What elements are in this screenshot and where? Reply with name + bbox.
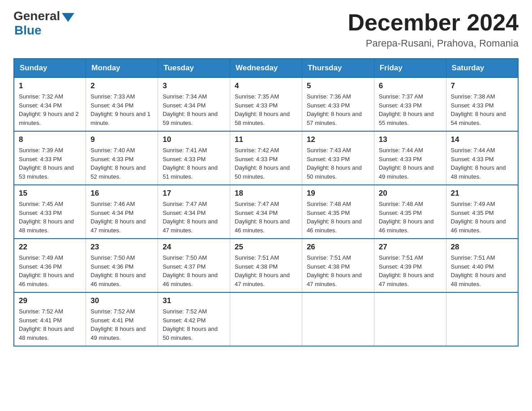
table-row: 24 Sunrise: 7:50 AM Sunset: 4:37 PM Dayl… <box>158 239 230 292</box>
day-number: 17 <box>163 189 225 198</box>
day-info: Sunrise: 7:36 AM Sunset: 4:33 PM Dayligh… <box>307 92 369 127</box>
day-number: 5 <box>307 81 369 90</box>
day-number: 28 <box>451 243 513 252</box>
day-info: Sunrise: 7:48 AM Sunset: 4:35 PM Dayligh… <box>379 200 442 235</box>
col-friday: Friday <box>374 59 446 77</box>
day-number: 16 <box>90 189 153 198</box>
col-saturday: Saturday <box>446 59 518 77</box>
logo-blue-text: Blue <box>14 23 74 38</box>
table-row: 17 Sunrise: 7:47 AM Sunset: 4:34 PM Dayl… <box>158 185 230 239</box>
table-row: 5 Sunrise: 7:36 AM Sunset: 4:33 PM Dayli… <box>302 77 374 131</box>
day-number: 24 <box>163 243 225 252</box>
day-info: Sunrise: 7:45 AM Sunset: 4:33 PM Dayligh… <box>19 200 81 235</box>
day-info: Sunrise: 7:52 AM Sunset: 4:42 PM Dayligh… <box>163 307 225 342</box>
table-row: 21 Sunrise: 7:49 AM Sunset: 4:35 PM Dayl… <box>446 185 518 239</box>
title-section: December 2024 Parepa-Rusani, Prahova, Ro… <box>348 9 519 49</box>
table-row: 31 Sunrise: 7:52 AM Sunset: 4:42 PM Dayl… <box>158 292 230 346</box>
day-number: 19 <box>307 189 369 198</box>
day-info: Sunrise: 7:46 AM Sunset: 4:34 PM Dayligh… <box>90 200 153 235</box>
day-number: 11 <box>235 135 297 144</box>
table-row: 3 Sunrise: 7:34 AM Sunset: 4:34 PM Dayli… <box>158 77 230 131</box>
page-header: General Blue December 2024 Parepa-Rusani… <box>13 9 519 49</box>
table-row: 25 Sunrise: 7:51 AM Sunset: 4:38 PM Dayl… <box>230 239 302 292</box>
day-number: 12 <box>307 135 369 144</box>
table-row: 18 Sunrise: 7:47 AM Sunset: 4:34 PM Dayl… <box>230 185 302 239</box>
day-info: Sunrise: 7:50 AM Sunset: 4:37 PM Dayligh… <box>163 253 225 288</box>
day-info: Sunrise: 7:32 AM Sunset: 4:34 PM Dayligh… <box>19 92 81 127</box>
table-row: 11 Sunrise: 7:42 AM Sunset: 4:33 PM Dayl… <box>230 131 302 185</box>
day-number: 15 <box>19 189 81 198</box>
day-number: 13 <box>379 135 442 144</box>
calendar-header-row: Sunday Monday Tuesday Wednesday Thursday… <box>14 59 518 77</box>
day-number: 3 <box>163 81 225 90</box>
day-number: 23 <box>90 243 153 252</box>
day-info: Sunrise: 7:49 AM Sunset: 4:35 PM Dayligh… <box>451 200 513 235</box>
table-row: 15 Sunrise: 7:45 AM Sunset: 4:33 PM Dayl… <box>14 185 86 239</box>
day-number: 30 <box>90 296 153 305</box>
day-info: Sunrise: 7:52 AM Sunset: 4:41 PM Dayligh… <box>90 307 153 342</box>
table-row: 12 Sunrise: 7:43 AM Sunset: 4:33 PM Dayl… <box>302 131 374 185</box>
table-row: 28 Sunrise: 7:51 AM Sunset: 4:40 PM Dayl… <box>446 239 518 292</box>
calendar-week-row: 8 Sunrise: 7:39 AM Sunset: 4:33 PM Dayli… <box>14 131 518 185</box>
col-wednesday: Wednesday <box>230 59 302 77</box>
day-number: 2 <box>90 81 153 90</box>
table-row: 1 Sunrise: 7:32 AM Sunset: 4:34 PM Dayli… <box>14 77 86 131</box>
day-number: 7 <box>451 81 513 90</box>
table-row <box>302 292 374 346</box>
table-row: 2 Sunrise: 7:33 AM Sunset: 4:34 PM Dayli… <box>86 77 158 131</box>
table-row: 22 Sunrise: 7:49 AM Sunset: 4:36 PM Dayl… <box>14 239 86 292</box>
day-number: 29 <box>19 296 81 305</box>
col-thursday: Thursday <box>302 59 374 77</box>
table-row: 29 Sunrise: 7:52 AM Sunset: 4:41 PM Dayl… <box>14 292 86 346</box>
col-tuesday: Tuesday <box>158 59 230 77</box>
day-number: 21 <box>451 189 513 198</box>
table-row: 9 Sunrise: 7:40 AM Sunset: 4:33 PM Dayli… <box>86 131 158 185</box>
day-info: Sunrise: 7:47 AM Sunset: 4:34 PM Dayligh… <box>163 200 225 235</box>
table-row: 14 Sunrise: 7:44 AM Sunset: 4:33 PM Dayl… <box>446 131 518 185</box>
calendar-week-row: 22 Sunrise: 7:49 AM Sunset: 4:36 PM Dayl… <box>14 239 518 292</box>
day-info: Sunrise: 7:44 AM Sunset: 4:33 PM Dayligh… <box>451 146 513 181</box>
day-number: 10 <box>163 135 225 144</box>
day-info: Sunrise: 7:43 AM Sunset: 4:33 PM Dayligh… <box>307 146 369 181</box>
logo: General Blue <box>13 9 74 38</box>
calendar-week-row: 1 Sunrise: 7:32 AM Sunset: 4:34 PM Dayli… <box>14 77 518 131</box>
day-number: 8 <box>19 135 81 144</box>
day-info: Sunrise: 7:42 AM Sunset: 4:33 PM Dayligh… <box>235 146 297 181</box>
table-row: 16 Sunrise: 7:46 AM Sunset: 4:34 PM Dayl… <box>86 185 158 239</box>
day-number: 22 <box>19 243 81 252</box>
day-info: Sunrise: 7:39 AM Sunset: 4:33 PM Dayligh… <box>19 146 81 181</box>
day-number: 27 <box>379 243 442 252</box>
day-info: Sunrise: 7:34 AM Sunset: 4:34 PM Dayligh… <box>163 92 225 127</box>
table-row: 26 Sunrise: 7:51 AM Sunset: 4:38 PM Dayl… <box>302 239 374 292</box>
col-monday: Monday <box>86 59 158 77</box>
day-info: Sunrise: 7:51 AM Sunset: 4:39 PM Dayligh… <box>379 253 442 288</box>
day-number: 9 <box>90 135 153 144</box>
day-info: Sunrise: 7:47 AM Sunset: 4:34 PM Dayligh… <box>235 200 297 235</box>
table-row: 4 Sunrise: 7:35 AM Sunset: 4:33 PM Dayli… <box>230 77 302 131</box>
day-number: 4 <box>235 81 297 90</box>
day-info: Sunrise: 7:51 AM Sunset: 4:38 PM Dayligh… <box>307 253 369 288</box>
month-title: December 2024 <box>348 9 519 36</box>
col-sunday: Sunday <box>14 59 86 77</box>
table-row: 10 Sunrise: 7:41 AM Sunset: 4:33 PM Dayl… <box>158 131 230 185</box>
table-row <box>446 292 518 346</box>
table-row: 7 Sunrise: 7:38 AM Sunset: 4:33 PM Dayli… <box>446 77 518 131</box>
day-info: Sunrise: 7:44 AM Sunset: 4:33 PM Dayligh… <box>379 146 442 181</box>
table-row <box>230 292 302 346</box>
day-info: Sunrise: 7:38 AM Sunset: 4:33 PM Dayligh… <box>451 92 513 127</box>
day-number: 1 <box>19 81 81 90</box>
table-row: 13 Sunrise: 7:44 AM Sunset: 4:33 PM Dayl… <box>374 131 446 185</box>
day-number: 6 <box>379 81 442 90</box>
day-info: Sunrise: 7:48 AM Sunset: 4:35 PM Dayligh… <box>307 200 369 235</box>
day-info: Sunrise: 7:50 AM Sunset: 4:36 PM Dayligh… <box>90 253 153 288</box>
table-row: 20 Sunrise: 7:48 AM Sunset: 4:35 PM Dayl… <box>374 185 446 239</box>
table-row: 6 Sunrise: 7:37 AM Sunset: 4:33 PM Dayli… <box>374 77 446 131</box>
day-number: 18 <box>235 189 297 198</box>
day-info: Sunrise: 7:41 AM Sunset: 4:33 PM Dayligh… <box>163 146 225 181</box>
day-info: Sunrise: 7:51 AM Sunset: 4:40 PM Dayligh… <box>451 253 513 288</box>
calendar-week-row: 15 Sunrise: 7:45 AM Sunset: 4:33 PM Dayl… <box>14 185 518 239</box>
table-row: 8 Sunrise: 7:39 AM Sunset: 4:33 PM Dayli… <box>14 131 86 185</box>
calendar-table: Sunday Monday Tuesday Wednesday Thursday… <box>13 58 519 347</box>
day-info: Sunrise: 7:49 AM Sunset: 4:36 PM Dayligh… <box>19 253 81 288</box>
calendar-week-row: 29 Sunrise: 7:52 AM Sunset: 4:41 PM Dayl… <box>14 292 518 346</box>
